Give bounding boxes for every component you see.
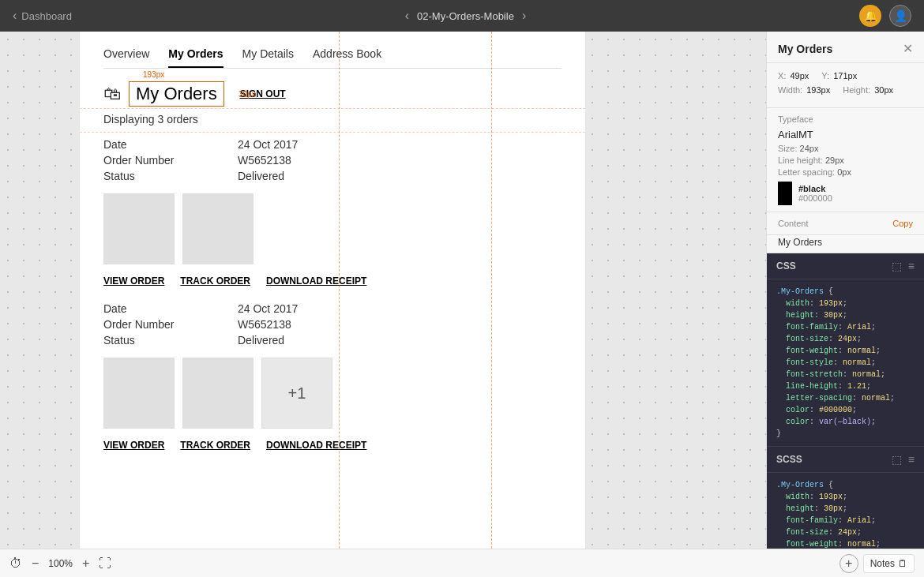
panel-header: My Orders ✕ <box>767 32 924 63</box>
color-row: #black #000000 <box>778 182 913 205</box>
guide-line-v2 <box>491 32 492 549</box>
bottom-right: + Notes 🗒 <box>839 554 915 573</box>
content-label: Content <box>778 219 809 228</box>
chevron-left-icon[interactable]: ‹ <box>13 9 17 23</box>
track-order-1[interactable]: TRACK ORDER <box>180 275 250 287</box>
order-date-row-2: Date 24 Oct 2017 <box>103 302 562 315</box>
size-label: Size: <box>778 144 797 153</box>
height-value: 30px <box>874 85 893 95</box>
color-swatch <box>778 182 792 205</box>
date-value-1: 24 Oct 2017 <box>238 138 298 151</box>
product-img-2a <box>103 358 175 429</box>
line-height-row: Line height: 29px <box>778 155 913 165</box>
height-prop: Height: 30px <box>843 85 893 95</box>
expand-icon[interactable]: ⛶ <box>99 556 111 571</box>
top-bar-left: ‹ Dashboard <box>13 9 72 23</box>
zoom-in-button[interactable]: + <box>79 555 92 572</box>
order-actions-1: VIEW ORDER TRACK ORDER DOWNLOAD RECEIPT <box>103 275 562 287</box>
order-number-row-2: Order Number W5652138 <box>103 318 562 331</box>
scss-header: SCSS ⬚ ≡ <box>767 446 924 473</box>
bottom-left: ⏱ − 100% + ⛶ <box>9 555 111 572</box>
order-actions-2: VIEW ORDER TRACK ORDER DOWNLOAD RECEIPT <box>103 440 562 451</box>
scss-code: .My-Orders { width: 193px; height: 30px;… <box>767 473 924 549</box>
profile-avatar[interactable]: 👤 <box>889 5 911 27</box>
prev-file-icon[interactable]: ‹ <box>405 9 409 23</box>
notification-avatar[interactable]: 🔔 <box>859 5 881 27</box>
letter-spacing-label: Letter spacing: <box>778 167 835 177</box>
top-bar-center: ‹ 02-My-Orders-Mobile › <box>405 9 526 23</box>
product-img-plus: +1 <box>261 358 332 429</box>
color-info: #black #000000 <box>798 184 832 203</box>
add-button[interactable]: + <box>839 554 858 573</box>
scss-actions: ⬚ ≡ <box>892 453 915 466</box>
copy-css-icon[interactable]: ⬚ <box>892 260 902 272</box>
width-prop: Width: 193px <box>778 85 830 95</box>
order-number-row-1: Order Number W5652138 <box>103 154 562 167</box>
copy-scss-icon[interactable]: ⬚ <box>892 453 902 466</box>
order-status-row-2: Status Delivered <box>103 334 562 347</box>
bottom-bar: ⏱ − 100% + ⛶ + Notes 🗒 <box>0 549 924 577</box>
y-prop: Y: 171px <box>821 71 857 81</box>
y-value: 171px <box>833 71 857 81</box>
download-receipt-2[interactable]: DOWNLOAD RECEIPT <box>266 440 366 451</box>
size-value: 24px <box>800 144 819 153</box>
panel-position-props: X: 49px Y: 171px Width: 193px Height: 30… <box>767 63 924 108</box>
nav-tabs: Overview My Orders My Details Address Bo… <box>103 47 562 69</box>
scss-label: SCSS <box>776 454 802 465</box>
letter-spacing-row: Letter spacing: 0px <box>778 167 913 177</box>
typeface-name: ArialMT <box>778 129 913 141</box>
tab-overview[interactable]: Overview <box>103 47 149 68</box>
css-header: CSS ⬚ ≡ <box>767 253 924 279</box>
next-file-icon[interactable]: › <box>522 9 526 23</box>
page-header: 193px 🛍 My Orders 30px SIGN OUT <box>103 81 562 107</box>
notes-button[interactable]: Notes 🗒 <box>863 554 915 573</box>
zoom-out-button[interactable]: − <box>28 555 42 572</box>
line-height-label: Line height: <box>778 155 823 165</box>
date-value-2: 24 Oct 2017 <box>238 302 298 315</box>
product-img-1a <box>103 193 175 264</box>
x-value: 49px <box>790 71 809 81</box>
settings-css-icon[interactable]: ≡ <box>908 260 915 272</box>
bag-icon: 🛍 <box>103 84 121 104</box>
order-number-label-1: Order Number <box>103 154 190 167</box>
width-value: 193px <box>806 85 830 95</box>
copy-button[interactable]: Copy <box>892 219 913 228</box>
dashboard-link[interactable]: Dashboard <box>21 10 72 22</box>
profile-icon: 👤 <box>894 9 907 22</box>
font-size-row: Size: 24px <box>778 144 913 153</box>
order-status-row-1: Status Delivered <box>103 170 562 182</box>
track-order-2[interactable]: TRACK ORDER <box>180 440 250 451</box>
main-layout: Overview My Orders My Details Address Bo… <box>0 32 924 549</box>
product-images-2: +1 <box>103 358 562 429</box>
view-order-1[interactable]: VIEW ORDER <box>103 275 164 287</box>
color-name: #black <box>798 184 832 193</box>
download-receipt-1[interactable]: DOWNLOAD RECEIPT <box>266 275 366 287</box>
date-label-1: Date <box>103 138 190 151</box>
settings-scss-icon[interactable]: ≡ <box>908 453 915 466</box>
status-label-2: Status <box>103 334 190 347</box>
right-panel: My Orders ✕ X: 49px Y: 171px Width: 193p… <box>766 32 924 549</box>
status-value-2: Delivered <box>238 334 284 347</box>
line-height-value: 29px <box>825 155 844 165</box>
tab-my-details[interactable]: My Details <box>242 47 294 68</box>
date-label-2: Date <box>103 302 190 315</box>
panel-title: My Orders <box>778 43 832 55</box>
tab-my-orders[interactable]: My Orders <box>168 47 223 68</box>
dimension-height-label: 30px <box>239 90 256 99</box>
time-icon: ⏱ <box>9 556 22 571</box>
guide-line-v1 <box>339 32 340 549</box>
color-hex: #000000 <box>798 193 832 203</box>
content-header-row: Content Copy <box>767 212 924 235</box>
product-images-1 <box>103 193 562 264</box>
letter-spacing-value: 0px <box>837 167 851 177</box>
order-number-value-2: W5652138 <box>238 318 291 331</box>
css-code: .My-Orders { width: 193px; height: 30px;… <box>767 279 924 446</box>
close-button[interactable]: ✕ <box>903 41 913 56</box>
guide-line-h1 <box>80 108 585 109</box>
order-section-2: Date 24 Oct 2017 Order Number W5652138 S… <box>103 302 562 451</box>
guide-line-h2 <box>80 132 585 133</box>
tab-address-book[interactable]: Address Book <box>313 47 381 68</box>
order-date-row-1: Date 24 Oct 2017 <box>103 138 562 151</box>
view-order-2[interactable]: VIEW ORDER <box>103 440 164 451</box>
top-bar-right: 🔔 👤 <box>859 5 911 27</box>
